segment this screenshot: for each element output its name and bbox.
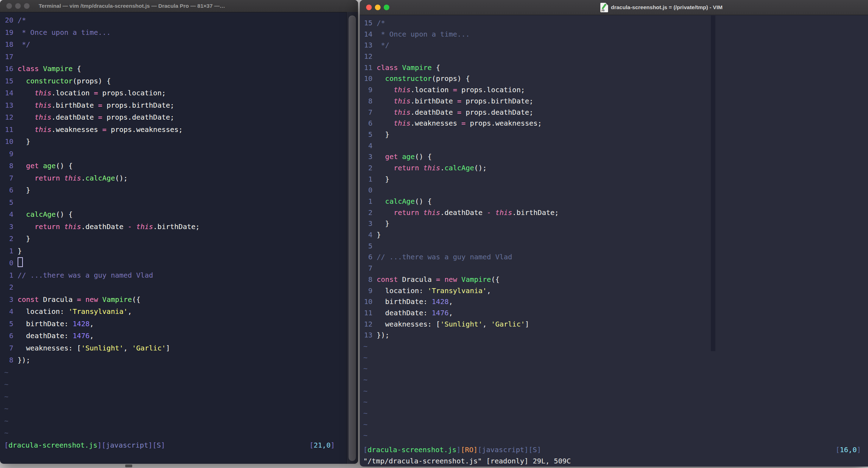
token: new bbox=[445, 275, 457, 284]
token: this bbox=[34, 101, 51, 109]
line-number: 7 bbox=[363, 107, 372, 118]
token: .weaknesses bbox=[51, 125, 102, 134]
status-segment: [ bbox=[363, 445, 368, 454]
status-segment: ] bbox=[161, 441, 165, 449]
token: . bbox=[81, 174, 85, 182]
line-number: 8 bbox=[4, 354, 13, 366]
token: props.location; bbox=[457, 86, 525, 94]
status-segment: ][ bbox=[148, 441, 157, 449]
token: 'Sunlight' bbox=[440, 320, 483, 328]
code-line: 11 this.weaknesses = props.weaknesses; bbox=[4, 124, 358, 136]
code-text: const Dracula = new Vampire({ bbox=[18, 293, 140, 306]
token: weaknesses: [ bbox=[377, 320, 440, 328]
token: .location bbox=[51, 89, 94, 97]
token: // ...there was a guy named Vlad bbox=[18, 271, 153, 279]
minimize-button[interactable] bbox=[15, 3, 21, 9]
code-text: } bbox=[18, 245, 22, 257]
scrollbar-track[interactable] bbox=[711, 15, 715, 351]
line-number: 2 bbox=[4, 281, 13, 293]
token: props.location; bbox=[98, 89, 166, 97]
code-text: this.birthDate = props.birthDate; bbox=[377, 96, 534, 107]
code-text: weaknesses: ['Sunlight', 'Garlic'] bbox=[18, 342, 170, 354]
token: Dracula bbox=[39, 295, 77, 304]
line-number: 8 bbox=[4, 160, 13, 172]
tilde: ~ bbox=[363, 352, 368, 363]
code-text: } bbox=[377, 229, 381, 241]
code-line: 11 deathDate: 1476, bbox=[363, 308, 868, 319]
token bbox=[98, 295, 102, 304]
zoom-button[interactable] bbox=[24, 3, 30, 9]
code-text: get age() { bbox=[18, 160, 73, 172]
token: 'Transylvania' bbox=[428, 286, 487, 295]
vim-buffer-left[interactable]: 20/*19 * Once upon a time...18 */1716cla… bbox=[0, 12, 358, 464]
code-text: get age() { bbox=[377, 151, 432, 163]
zoom-button[interactable] bbox=[384, 5, 389, 10]
scrollbar-thumb[interactable] bbox=[349, 15, 356, 461]
token: , bbox=[487, 286, 491, 295]
code-line: 12 this.deathDate = props.deathDate; bbox=[4, 111, 358, 124]
code-line: 7 weaknesses: ['Sunlight', 'Garlic'] bbox=[4, 342, 358, 354]
token: constructor bbox=[385, 74, 432, 83]
token: props.birthDate; bbox=[461, 97, 534, 105]
token bbox=[132, 222, 136, 231]
empty-line: ~ bbox=[4, 378, 358, 391]
scrollbar-track[interactable] bbox=[346, 12, 358, 464]
line-number: 3 bbox=[363, 218, 372, 229]
line-number: 13 bbox=[363, 330, 372, 341]
close-button[interactable] bbox=[6, 3, 12, 9]
token: , bbox=[123, 344, 132, 352]
macvim-titlebar[interactable]: JS dracula-screenshot.js = (/private/tmp… bbox=[360, 0, 868, 15]
token: birthDate: bbox=[18, 320, 73, 328]
status-segment: [ bbox=[836, 445, 840, 454]
code-text: constructor(props) { bbox=[377, 73, 470, 84]
token: = bbox=[102, 125, 107, 134]
vim-ruler: [16,0] bbox=[836, 444, 861, 455]
tilde: ~ bbox=[363, 397, 368, 408]
line-number: 10 bbox=[363, 296, 372, 308]
token bbox=[18, 101, 34, 109]
token bbox=[377, 74, 385, 83]
token: = bbox=[436, 275, 440, 284]
token: ({ bbox=[132, 295, 140, 304]
line-number: 20 bbox=[4, 14, 13, 26]
tilde: ~ bbox=[363, 419, 368, 430]
token: const bbox=[18, 295, 39, 304]
code-line: 16class Vampire { bbox=[4, 63, 358, 75]
code-line: 1} bbox=[4, 245, 358, 257]
code-text: // ...there was a guy named Vlad bbox=[377, 252, 512, 263]
line-number: 12 bbox=[363, 319, 372, 330]
code-text: calcAge() { bbox=[18, 208, 73, 221]
token bbox=[377, 152, 385, 161]
token: 'Garlic' bbox=[491, 320, 525, 328]
token: birthDate: bbox=[377, 297, 432, 306]
token bbox=[81, 295, 85, 304]
close-button[interactable] bbox=[366, 5, 372, 10]
code-text: * Once upon a time... bbox=[18, 26, 111, 39]
vim-buffer-right[interactable]: 15/*14 * Once upon a time...13 */1211cla… bbox=[360, 15, 868, 467]
terminal-window: Terminal — vim /tmp/dracula-screenshot.j… bbox=[0, 0, 358, 464]
token: () { bbox=[415, 152, 432, 161]
token bbox=[60, 222, 64, 231]
line-number: 7 bbox=[4, 342, 13, 354]
token: class bbox=[18, 64, 39, 73]
token bbox=[377, 197, 385, 205]
token: = bbox=[457, 108, 461, 116]
terminal-titlebar[interactable]: Terminal — vim /tmp/dracula-screenshot.j… bbox=[0, 0, 358, 12]
token: .deathDate bbox=[81, 222, 128, 231]
empty-line: ~ bbox=[4, 366, 358, 379]
minimize-button[interactable] bbox=[375, 5, 381, 10]
token bbox=[419, 164, 423, 172]
code-line: 2 return this.deathDate - this.birthDate… bbox=[363, 207, 868, 219]
code-text: }); bbox=[18, 354, 30, 366]
code-line: 4 bbox=[363, 140, 868, 152]
token: this bbox=[423, 164, 440, 172]
code-line: 8}); bbox=[4, 354, 358, 366]
code-line: 8 get age() { bbox=[4, 160, 358, 172]
tilde: ~ bbox=[4, 366, 8, 379]
empty-line: ~ bbox=[4, 415, 358, 427]
status-segment: [ bbox=[478, 445, 482, 454]
line-number: 1 bbox=[4, 269, 13, 282]
tilde: ~ bbox=[4, 403, 8, 415]
token: const bbox=[377, 275, 398, 284]
line-number: 11 bbox=[363, 62, 372, 74]
